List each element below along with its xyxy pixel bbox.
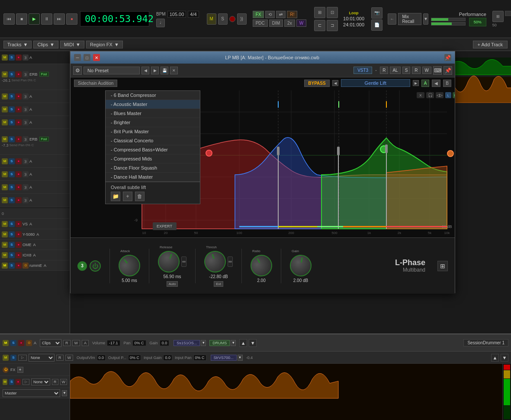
master-left-rec[interactable]: ● [16, 379, 20, 385]
mix-recall-label[interactable]: Mix Recall [398, 13, 421, 25]
track-s-5[interactable]: S [9, 158, 15, 164]
revert-button[interactable]: ⟲ [265, 11, 275, 18]
record-button[interactable]: ● [66, 13, 77, 25]
strvs700-dropdown[interactable]: StrVS700... [211, 355, 237, 361]
drums-scroll-up[interactable]: ▲ [239, 339, 247, 347]
drums-dropdown[interactable]: DRUMS [209, 340, 230, 346]
master-scroll-up[interactable]: ▲ [491, 354, 499, 362]
track-mon-1[interactable]: )) [22, 55, 29, 61]
fx-power-led[interactable]: ⏻ [3, 367, 9, 373]
record-arm-button[interactable] [229, 16, 235, 22]
master-s-button[interactable]: S [10, 355, 16, 361]
track-s-iox8[interactable]: S [9, 252, 15, 258]
preset-prev-button[interactable]: ◀ [141, 67, 149, 74]
plugin-settings-icon[interactable]: ⚙ [73, 66, 82, 75]
track-s-1[interactable]: S [9, 55, 15, 61]
attack-knob[interactable] [114, 250, 145, 280]
text-button[interactable]: 📄 [371, 19, 382, 31]
a-preset-button[interactable]: A [421, 80, 430, 87]
preset-add-button[interactable]: + [123, 192, 132, 201]
master-dropdown-arrow[interactable]: ▼ [62, 390, 67, 396]
track-m-iox8[interactable]: M [2, 252, 8, 258]
track-mon-3[interactable]: )) [22, 106, 29, 112]
plugin-s-button[interactable]: S [402, 67, 411, 74]
drums-rec-button[interactable]: ● [18, 340, 24, 346]
track-m-5[interactable]: M [2, 158, 8, 164]
fx-add-button[interactable]: + [17, 367, 23, 373]
track-rec-4[interactable]: ● [16, 119, 22, 125]
drums-w-button[interactable]: W [72, 340, 80, 346]
rewind-button[interactable]: ⏮ [3, 13, 15, 25]
track-s-6[interactable]: S [9, 171, 15, 177]
track-mon-5[interactable]: )) [22, 158, 29, 164]
track-rec-1[interactable]: ● [16, 55, 22, 61]
plugin-pin-button[interactable]: 📌 [444, 54, 451, 61]
track-mon-7[interactable]: )) [22, 184, 29, 190]
bypass-button[interactable]: BYPASS [304, 80, 329, 87]
nav-button-1[interactable]: ⊞ [492, 11, 504, 22]
dim-button[interactable]: DIM [269, 19, 283, 27]
preset-item-3[interactable]: - Brighter [106, 118, 200, 127]
ss1-arrow[interactable]: ▼ [201, 340, 206, 346]
track-s-vs[interactable]: S [9, 221, 15, 227]
tracks-dropdown[interactable]: Tracks ▼ [3, 41, 32, 48]
master-select[interactable]: None [31, 378, 50, 385]
track-m-1[interactable]: M [2, 55, 8, 61]
region-button-1[interactable]: ⊞ [314, 7, 325, 18]
track-s-erb[interactable]: S [9, 71, 15, 77]
track-m-y5080[interactable]: M [2, 231, 8, 237]
gain-knob[interactable] [288, 253, 313, 278]
plugin-al-button[interactable]: AL [390, 67, 400, 74]
drums-r-button[interactable]: R [63, 340, 71, 346]
track-s-3[interactable]: S [9, 106, 15, 112]
sidechain-audition-button[interactable]: Sidechain Audition [74, 80, 117, 87]
rl-button[interactable]: R! [287, 11, 297, 18]
preset-item-5[interactable]: - Classical Concerto [106, 136, 200, 145]
track-s-rumme[interactable]: S [9, 263, 15, 269]
clips-dropdown[interactable]: Clips ▼ [33, 41, 58, 48]
plugin-pin2-icon[interactable]: 📌 [444, 66, 452, 75]
plugin-close-button[interactable]: ✕ [93, 54, 100, 61]
ratio-knob[interactable] [247, 250, 276, 280]
master-scroll-down[interactable]: ▼ [501, 354, 508, 362]
release-slider[interactable] [181, 256, 186, 267]
track-m-2[interactable]: M [2, 93, 8, 99]
pdc-button[interactable]: PDC [253, 19, 268, 27]
preset-item-2[interactable]: - Blues Master [106, 109, 200, 118]
ss1s1os-dropdown[interactable]: Ss1S1OS... [174, 340, 200, 346]
drums-aut-button[interactable]: ⊙ [26, 340, 32, 346]
auto-button[interactable]: Auto [167, 281, 178, 287]
b-preset-button[interactable]: B [443, 80, 451, 87]
region-button-2[interactable]: ⊡ [327, 7, 338, 18]
2x-button[interactable]: 2x [284, 19, 295, 27]
plugin-keyboard-icon[interactable]: ⌨ [433, 66, 442, 75]
track-m-ome[interactable]: M [2, 242, 8, 248]
track-mon-4[interactable]: )) [22, 119, 29, 125]
track-mon-erb[interactable]: )) [22, 71, 29, 77]
drums-arrow[interactable]: ▼ [231, 340, 236, 346]
preset-item-1[interactable]: - Acoustic Master [106, 100, 200, 109]
track-m-vs[interactable]: M [2, 221, 8, 227]
ext-button[interactable]: Ext [214, 281, 223, 287]
master-w-btn2[interactable]: W [60, 379, 67, 385]
track-s-8[interactable]: S [9, 197, 15, 203]
thresh-knob[interactable] [201, 247, 229, 275]
preset-item-6[interactable]: - Compressed Bass+Wider [106, 145, 200, 154]
preset-folder-button[interactable]: 📁 [111, 192, 120, 201]
m-mode-button[interactable]: M [207, 13, 216, 25]
band-power-button[interactable]: ⏻ [90, 260, 101, 272]
track-m-rumme[interactable]: M [2, 263, 8, 269]
master-final-select[interactable]: Master [3, 389, 60, 397]
thresh-slider[interactable] [228, 256, 233, 267]
w-button[interactable]: W [296, 19, 306, 27]
drums-a-button[interactable]: A [82, 340, 89, 346]
camera-button[interactable]: 📷 [371, 7, 382, 19]
plugin-maximize-button[interactable]: □ [84, 54, 90, 61]
track-mon-erb2[interactable]: )) [22, 136, 29, 142]
drums-s-button[interactable]: S [10, 340, 16, 346]
master-r-btn2[interactable]: R [52, 379, 58, 385]
master-left-arrow[interactable]: ▷ [22, 379, 29, 385]
track-rec-ome[interactable]: ● [16, 242, 22, 248]
track-m-erb[interactable]: M [2, 71, 8, 77]
plugin-r-button-1[interactable]: R [380, 67, 388, 74]
